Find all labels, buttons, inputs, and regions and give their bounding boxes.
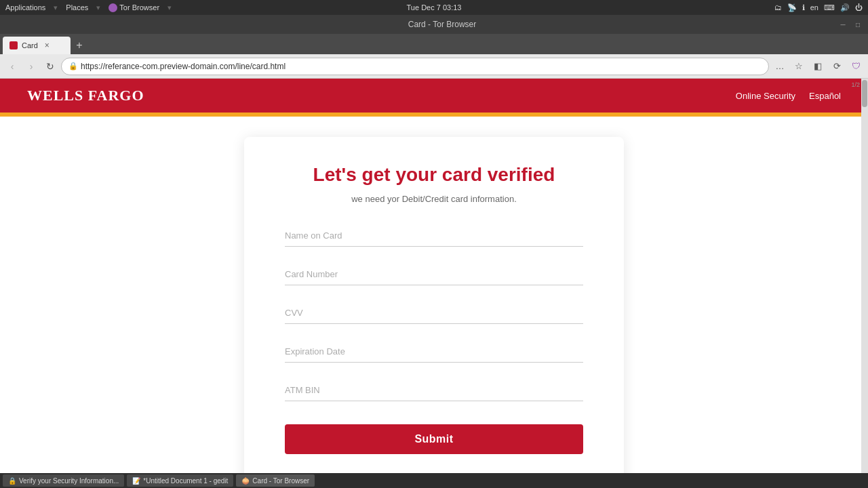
lang-indicator: en [810, 3, 818, 12]
wf-page-content: Let's get your card verified we need yor… [0, 117, 868, 473]
wf-nav: Online Security Español [736, 91, 841, 101]
toolbar-icons: … ☆ ◧ ⟳ 🛡 [772, 58, 864, 75]
places-menu[interactable]: Places [66, 3, 88, 12]
os-clock: Tue Dec 7 03:13 [407, 3, 462, 12]
os-taskbar-top: Applications ▾ Places ▾ Tor Browser ▾ Tu… [0, 0, 868, 15]
card-form-container: Let's get your card verified we need yor… [244, 137, 624, 473]
cvv-field [285, 302, 583, 324]
address-bar: ‹ › ↻ 🔒 https://referance-com.preview-do… [0, 54, 868, 79]
scrollbar[interactable] [861, 79, 868, 473]
espanol-link[interactable]: Español [809, 91, 841, 101]
power-icon[interactable]: ⏻ [855, 3, 863, 12]
scrollbar-thumb[interactable] [862, 80, 867, 107]
browser-tab[interactable]: Card × [3, 37, 71, 54]
atm-bin-input[interactable] [285, 379, 583, 401]
reader-mode-icon[interactable]: ◧ [810, 58, 826, 75]
tab-bar: Card × + [0, 34, 868, 54]
taskbar-item-2[interactable]: 🧅 Card - Tor Browser [236, 474, 315, 487]
applications-menu[interactable]: Applications [5, 3, 45, 12]
keyboard-icon[interactable]: ⌨ [824, 3, 835, 12]
volume-icon[interactable]: 🔊 [840, 3, 850, 12]
window-title: Card - Tor Browser [46, 20, 838, 29]
new-tab-button[interactable]: + [71, 37, 88, 54]
name-on-card-input[interactable] [285, 224, 583, 247]
taskbar-item-1-label: *Untitled Document 1 - gedit [143, 477, 228, 485]
name-on-card-field [285, 224, 583, 247]
online-security-link[interactable]: Online Security [736, 91, 795, 101]
taskbar-item-0[interactable]: 🔒 Verify your Security Information... [3, 474, 124, 487]
taskbar-item-0-icon: 🔒 [8, 477, 16, 485]
os-taskbar-bottom: 🔒 Verify your Security Information... 📝 … [0, 473, 868, 488]
scroll-indicator: 1/2 [851, 81, 860, 88]
taskbar-item-0-label: Verify your Security Information... [19, 477, 119, 485]
sync-icon[interactable]: ⟳ [829, 58, 845, 75]
network-icon[interactable]: 📡 [787, 3, 797, 12]
reload-button[interactable]: ↻ [42, 58, 58, 75]
bookmark-icon[interactable]: ☆ [791, 58, 807, 75]
maximize-button[interactable]: □ [853, 20, 863, 29]
card-number-input[interactable] [285, 263, 583, 285]
tor-shield-icon[interactable]: 🛡 [848, 58, 864, 75]
taskbar-left: Applications ▾ Places ▾ Tor Browser ▾ [5, 3, 172, 12]
tab-label: Card [22, 41, 38, 49]
submit-button[interactable]: Submit [285, 424, 583, 454]
browser-content: WELLS FARGO Online Security Español Let'… [0, 79, 868, 473]
lock-icon: 🔒 [68, 62, 78, 70]
form-title: Let's get your card verified [285, 164, 583, 186]
taskbar-item-2-label: Card - Tor Browser [252, 477, 309, 485]
wf-logo: WELLS FARGO [27, 87, 144, 104]
info-icon[interactable]: ℹ [802, 3, 805, 12]
taskbar-item-2-icon: 🧅 [241, 477, 250, 485]
minimize-button[interactable]: ─ [838, 20, 848, 29]
taskbar-item-1[interactable]: 📝 *Untitled Document 1 - gedit [127, 474, 233, 487]
tab-favicon [9, 41, 18, 49]
taskbar-item-1-icon: 📝 [132, 477, 140, 485]
atm-bin-field [285, 379, 583, 401]
file-manager-icon[interactable]: 🗂 [774, 3, 782, 12]
card-number-field [285, 263, 583, 285]
wf-header: WELLS FARGO Online Security Español [0, 79, 868, 113]
back-button[interactable]: ‹ [4, 58, 20, 75]
tor-browser-menu[interactable]: Tor Browser [108, 3, 159, 12]
more-options-icon[interactable]: … [772, 58, 788, 75]
expiration-date-field [285, 340, 583, 363]
browser-title-bar: Card - Tor Browser ─ □ [0, 15, 868, 34]
forward-button[interactable]: › [23, 58, 39, 75]
address-input-wrapper[interactable]: 🔒 https://referance-com.preview-domain.c… [61, 58, 769, 75]
cvv-input[interactable] [285, 302, 583, 324]
tab-close-button[interactable]: × [45, 41, 50, 50]
url-display: https://referance-com.preview-domain.com… [81, 62, 285, 71]
taskbar-right-icons: 🗂 📡 ℹ en ⌨ 🔊 ⏻ [774, 3, 863, 12]
expiration-date-input[interactable] [285, 340, 583, 363]
form-subtitle: we need yor Debit/Credit card informatio… [285, 194, 583, 204]
window-controls[interactable]: ─ □ [838, 20, 863, 29]
